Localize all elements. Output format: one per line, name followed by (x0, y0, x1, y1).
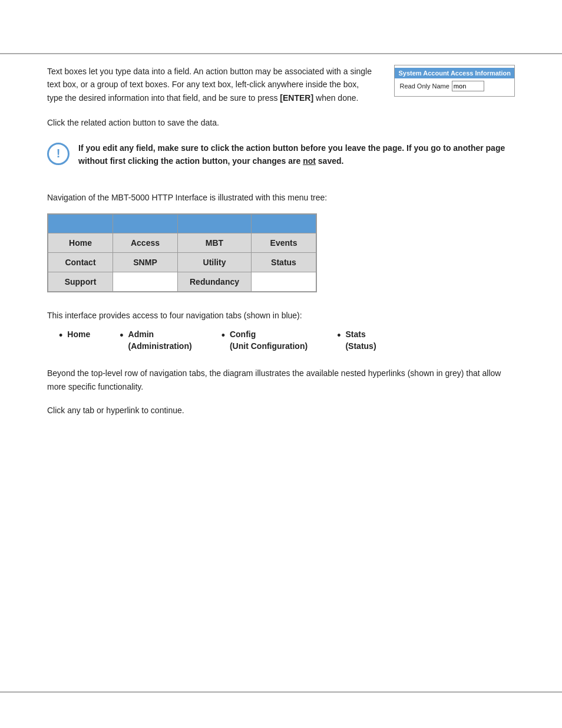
tab-col-config: • Config (Unit Configuration) (222, 329, 308, 352)
info-box: System Account Access Information Read O… (394, 65, 515, 97)
menu-row-blue (48, 214, 316, 233)
bottom-para-2: Click any tab or hyperlink to continue. (47, 404, 515, 417)
top-section: Text boxes let you type data into a fiel… (47, 65, 515, 104)
info-box-row: Read Only Name (395, 78, 514, 94)
intro-text: Text boxes let you type data into a fiel… (47, 65, 376, 104)
click-text: Click the related action button to save … (47, 116, 515, 129)
warning-icon: ! (47, 143, 70, 165)
top-border (0, 53, 562, 54)
menu-cell-empty-2 (252, 272, 316, 291)
readonly-name-input[interactable] (452, 81, 484, 91)
blue-tab-access[interactable] (113, 214, 178, 233)
bullet-stats: • (337, 329, 340, 342)
menu-cell-mbt[interactable]: MBT (178, 233, 252, 252)
menu-cell-contact[interactable]: Contact (48, 252, 113, 272)
menu-cell-redundancy[interactable]: Redundancy (178, 272, 252, 291)
menu-row-3: Contact SNMP Utility Status (48, 252, 316, 272)
tab-item-admin: • Admin (Administration) (120, 329, 191, 352)
bottom-section: Beyond the top-level row of navigation t… (47, 367, 515, 417)
tab-item-stats: • Stats (Status) (337, 329, 376, 352)
bottom-border (0, 691, 562, 693)
menu-table: Home Access MBT Events Contact SNMP Util… (48, 214, 316, 292)
tabs-section: This interface provides access to four n… (47, 309, 515, 353)
bullet-admin: • (120, 329, 123, 342)
enter-bold: [ENTER] (280, 93, 313, 103)
tab-col-admin: • Admin (Administration) (120, 329, 191, 352)
info-box-title: System Account Access Information (395, 68, 514, 78)
nav-intro: Navigation of the MBT-5000 HTTP Interfac… (47, 191, 515, 204)
bottom-para-1: Beyond the top-level row of navigation t… (47, 367, 515, 393)
warning-strong: If you edit any field, make sure to clic… (78, 143, 505, 166)
menu-row-4: Support Redundancy (48, 272, 316, 291)
tabs-description: This interface provides access to four n… (47, 309, 515, 322)
menu-cell-home[interactable]: Home (48, 233, 113, 252)
stats-label-group: Stats (Status) (345, 329, 376, 352)
blue-tab-events[interactable] (252, 214, 316, 233)
menu-row-2: Home Access MBT Events (48, 233, 316, 252)
tabs-items-list: • Home • Admin (Administration) • Con (59, 329, 515, 352)
blue-tab-home[interactable] (48, 214, 113, 233)
intro-paragraph: Text boxes let you type data into a fiel… (47, 65, 376, 104)
tab-item-config: • Config (Unit Configuration) (222, 329, 308, 352)
bullet-config: • (222, 329, 225, 342)
bullet-home: • (59, 329, 62, 342)
sublabel-stats: (Status) (345, 341, 376, 353)
label-admin: Admin (128, 329, 192, 341)
label-config: Config (230, 329, 308, 341)
tab-item-home: • Home (59, 329, 90, 342)
tab-col-home: • Home (59, 329, 90, 352)
label-home: Home (67, 329, 90, 341)
menu-cell-empty-1 (113, 272, 178, 291)
warning-text: If you edit any field, make sure to clic… (78, 141, 515, 168)
menu-tree: Home Access MBT Events Contact SNMP Util… (47, 213, 317, 292)
sublabel-admin: (Administration) (128, 341, 192, 353)
menu-cell-access[interactable]: Access (113, 233, 178, 252)
label-stats: Stats (345, 329, 376, 341)
menu-cell-status[interactable]: Status (252, 252, 316, 272)
menu-cell-events[interactable]: Events (252, 233, 316, 252)
admin-label-group: Admin (Administration) (128, 329, 192, 352)
menu-cell-utility[interactable]: Utility (178, 252, 252, 272)
menu-cell-snmp[interactable]: SNMP (113, 252, 178, 272)
blue-tab-mbt[interactable] (178, 214, 252, 233)
warning-box: ! If you edit any field, make sure to cl… (47, 141, 515, 168)
sublabel-config: (Unit Configuration) (230, 341, 308, 353)
tab-col-stats: • Stats (Status) (337, 329, 376, 352)
info-box-label: Read Only Name (399, 83, 449, 90)
config-label-group: Config (Unit Configuration) (230, 329, 308, 352)
warning-not: not (303, 156, 316, 166)
nav-section: Navigation of the MBT-5000 HTTP Interfac… (47, 191, 515, 294)
menu-cell-support[interactable]: Support (48, 272, 113, 291)
